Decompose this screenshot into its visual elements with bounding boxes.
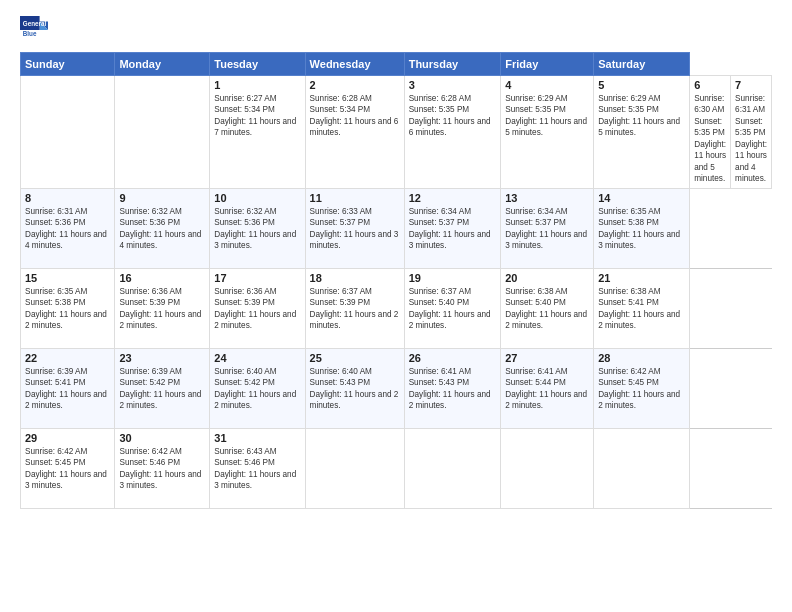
day-number: 14 <box>598 192 685 204</box>
day-number: 5 <box>598 79 685 91</box>
calendar-cell: 2 Sunrise: 6:28 AMSunset: 5:34 PMDayligh… <box>305 76 404 189</box>
day-info: Sunrise: 6:31 AMSunset: 5:35 PMDaylight:… <box>735 93 767 185</box>
week-row: 8 Sunrise: 6:31 AMSunset: 5:36 PMDayligh… <box>21 188 772 268</box>
logo-icon: General Blue <box>20 16 48 44</box>
calendar-cell: 10 Sunrise: 6:32 AMSunset: 5:36 PMDaylig… <box>210 188 305 268</box>
calendar-cell: 11 Sunrise: 6:33 AMSunset: 5:37 PMDaylig… <box>305 188 404 268</box>
day-info: Sunrise: 6:38 AMSunset: 5:40 PMDaylight:… <box>505 286 589 332</box>
day-info: Sunrise: 6:39 AMSunset: 5:42 PMDaylight:… <box>119 366 205 412</box>
calendar-cell <box>594 428 690 508</box>
day-number: 1 <box>214 79 300 91</box>
day-number: 10 <box>214 192 300 204</box>
calendar-cell: 30 Sunrise: 6:42 AMSunset: 5:46 PMDaylig… <box>115 428 210 508</box>
page: General Blue SundayMondayTuesdayWednesda… <box>0 0 792 612</box>
calendar-cell: 20 Sunrise: 6:38 AMSunset: 5:40 PMDaylig… <box>501 268 594 348</box>
day-info: Sunrise: 6:35 AMSunset: 5:38 PMDaylight:… <box>25 286 110 332</box>
day-number: 13 <box>505 192 589 204</box>
day-number: 2 <box>310 79 400 91</box>
calendar-cell: 28 Sunrise: 6:42 AMSunset: 5:45 PMDaylig… <box>594 348 690 428</box>
calendar-cell: 23 Sunrise: 6:39 AMSunset: 5:42 PMDaylig… <box>115 348 210 428</box>
calendar-cell: 17 Sunrise: 6:36 AMSunset: 5:39 PMDaylig… <box>210 268 305 348</box>
calendar-cell: 6 Sunrise: 6:30 AMSunset: 5:35 PMDayligh… <box>690 76 731 189</box>
svg-text:Blue: Blue <box>23 30 37 37</box>
day-number: 25 <box>310 352 400 364</box>
day-info: Sunrise: 6:31 AMSunset: 5:36 PMDaylight:… <box>25 206 110 252</box>
calendar-cell: 21 Sunrise: 6:38 AMSunset: 5:41 PMDaylig… <box>594 268 690 348</box>
day-info: Sunrise: 6:34 AMSunset: 5:37 PMDaylight:… <box>505 206 589 252</box>
calendar-cell: 19 Sunrise: 6:37 AMSunset: 5:40 PMDaylig… <box>404 268 501 348</box>
calendar-cell: 12 Sunrise: 6:34 AMSunset: 5:37 PMDaylig… <box>404 188 501 268</box>
calendar-cell <box>501 428 594 508</box>
calendar-cell: 25 Sunrise: 6:40 AMSunset: 5:43 PMDaylig… <box>305 348 404 428</box>
day-info: Sunrise: 6:39 AMSunset: 5:41 PMDaylight:… <box>25 366 110 412</box>
day-info: Sunrise: 6:41 AMSunset: 5:44 PMDaylight:… <box>505 366 589 412</box>
calendar-table: SundayMondayTuesdayWednesdayThursdayFrid… <box>20 52 772 509</box>
calendar-cell: 7 Sunrise: 6:31 AMSunset: 5:35 PMDayligh… <box>731 76 772 189</box>
week-row: 22 Sunrise: 6:39 AMSunset: 5:41 PMDaylig… <box>21 348 772 428</box>
day-info: Sunrise: 6:32 AMSunset: 5:36 PMDaylight:… <box>119 206 205 252</box>
day-number: 28 <box>598 352 685 364</box>
calendar-cell: 5 Sunrise: 6:29 AMSunset: 5:35 PMDayligh… <box>594 76 690 189</box>
header: General Blue <box>20 16 772 44</box>
header-cell-friday: Friday <box>501 53 594 76</box>
empty-cell <box>21 76 115 189</box>
header-cell-wednesday: Wednesday <box>305 53 404 76</box>
day-number: 27 <box>505 352 589 364</box>
week-row: 29 Sunrise: 6:42 AMSunset: 5:45 PMDaylig… <box>21 428 772 508</box>
day-info: Sunrise: 6:34 AMSunset: 5:37 PMDaylight:… <box>409 206 497 252</box>
week-row: 1 Sunrise: 6:27 AMSunset: 5:34 PMDayligh… <box>21 76 772 189</box>
day-info: Sunrise: 6:27 AMSunset: 5:34 PMDaylight:… <box>214 93 300 139</box>
day-number: 19 <box>409 272 497 284</box>
header-cell-sunday: Sunday <box>21 53 115 76</box>
header-cell-tuesday: Tuesday <box>210 53 305 76</box>
day-info: Sunrise: 6:40 AMSunset: 5:43 PMDaylight:… <box>310 366 400 412</box>
header-cell-monday: Monday <box>115 53 210 76</box>
day-number: 24 <box>214 352 300 364</box>
day-info: Sunrise: 6:38 AMSunset: 5:41 PMDaylight:… <box>598 286 685 332</box>
day-info: Sunrise: 6:35 AMSunset: 5:38 PMDaylight:… <box>598 206 685 252</box>
day-number: 31 <box>214 432 300 444</box>
day-info: Sunrise: 6:30 AMSunset: 5:35 PMDaylight:… <box>694 93 726 185</box>
header-cell-saturday: Saturday <box>594 53 690 76</box>
calendar-cell: 31 Sunrise: 6:43 AMSunset: 5:46 PMDaylig… <box>210 428 305 508</box>
day-number: 22 <box>25 352 110 364</box>
day-number: 15 <box>25 272 110 284</box>
calendar-cell: 22 Sunrise: 6:39 AMSunset: 5:41 PMDaylig… <box>21 348 115 428</box>
header-cell-thursday: Thursday <box>404 53 501 76</box>
day-number: 21 <box>598 272 685 284</box>
header-row: SundayMondayTuesdayWednesdayThursdayFrid… <box>21 53 772 76</box>
day-number: 16 <box>119 272 205 284</box>
day-number: 4 <box>505 79 589 91</box>
day-number: 12 <box>409 192 497 204</box>
day-info: Sunrise: 6:36 AMSunset: 5:39 PMDaylight:… <box>119 286 205 332</box>
day-number: 30 <box>119 432 205 444</box>
calendar-cell: 27 Sunrise: 6:41 AMSunset: 5:44 PMDaylig… <box>501 348 594 428</box>
calendar-cell: 1 Sunrise: 6:27 AMSunset: 5:34 PMDayligh… <box>210 76 305 189</box>
day-info: Sunrise: 6:29 AMSunset: 5:35 PMDaylight:… <box>598 93 685 139</box>
day-number: 29 <box>25 432 110 444</box>
day-info: Sunrise: 6:33 AMSunset: 5:37 PMDaylight:… <box>310 206 400 252</box>
calendar-cell: 13 Sunrise: 6:34 AMSunset: 5:37 PMDaylig… <box>501 188 594 268</box>
day-number: 3 <box>409 79 497 91</box>
calendar-cell: 26 Sunrise: 6:41 AMSunset: 5:43 PMDaylig… <box>404 348 501 428</box>
day-info: Sunrise: 6:41 AMSunset: 5:43 PMDaylight:… <box>409 366 497 412</box>
day-info: Sunrise: 6:37 AMSunset: 5:39 PMDaylight:… <box>310 286 400 332</box>
day-info: Sunrise: 6:36 AMSunset: 5:39 PMDaylight:… <box>214 286 300 332</box>
day-info: Sunrise: 6:43 AMSunset: 5:46 PMDaylight:… <box>214 446 300 492</box>
day-info: Sunrise: 6:42 AMSunset: 5:45 PMDaylight:… <box>25 446 110 492</box>
day-info: Sunrise: 6:37 AMSunset: 5:40 PMDaylight:… <box>409 286 497 332</box>
day-number: 8 <box>25 192 110 204</box>
day-number: 26 <box>409 352 497 364</box>
calendar-cell: 9 Sunrise: 6:32 AMSunset: 5:36 PMDayligh… <box>115 188 210 268</box>
day-number: 11 <box>310 192 400 204</box>
day-number: 17 <box>214 272 300 284</box>
day-number: 23 <box>119 352 205 364</box>
calendar-cell: 8 Sunrise: 6:31 AMSunset: 5:36 PMDayligh… <box>21 188 115 268</box>
day-info: Sunrise: 6:42 AMSunset: 5:45 PMDaylight:… <box>598 366 685 412</box>
day-info: Sunrise: 6:28 AMSunset: 5:35 PMDaylight:… <box>409 93 497 139</box>
calendar-cell: 18 Sunrise: 6:37 AMSunset: 5:39 PMDaylig… <box>305 268 404 348</box>
calendar-cell: 14 Sunrise: 6:35 AMSunset: 5:38 PMDaylig… <box>594 188 690 268</box>
svg-text:General: General <box>23 20 47 27</box>
day-info: Sunrise: 6:28 AMSunset: 5:34 PMDaylight:… <box>310 93 400 139</box>
calendar-cell: 3 Sunrise: 6:28 AMSunset: 5:35 PMDayligh… <box>404 76 501 189</box>
